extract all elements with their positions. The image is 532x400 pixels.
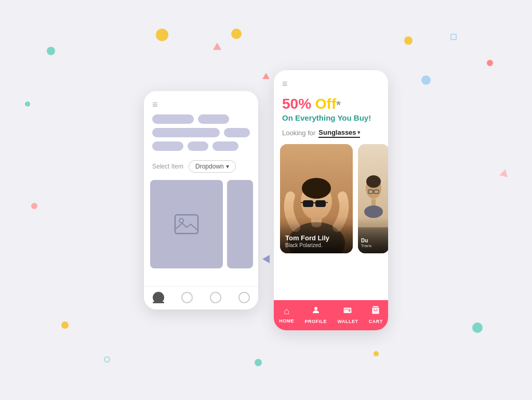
nav-dot-3 xyxy=(210,292,221,303)
skeleton-block-3 xyxy=(152,128,220,137)
skeleton-block-2 xyxy=(198,114,229,124)
svg-line-12 xyxy=(326,202,328,203)
left-nav-item-1[interactable] xyxy=(153,292,164,303)
home-label: HOME xyxy=(279,318,294,324)
left-nav-item-3[interactable] xyxy=(210,292,221,303)
product-desc-main: Black Polarized. xyxy=(285,242,348,248)
svg-point-7 xyxy=(306,178,327,193)
svg-point-17 xyxy=(366,175,381,188)
svg-point-28 xyxy=(349,310,351,312)
promo-50: 50% xyxy=(282,96,311,112)
promo-title: 50% Off* xyxy=(282,96,380,112)
svg-rect-27 xyxy=(344,308,352,309)
product-info-main: Tom Ford Lily Black Polarized. xyxy=(280,224,353,253)
looking-for-row: Looking for Sunglasses ▾ xyxy=(274,124,388,142)
product-image-main: Tom Ford Lily Black Polarized. xyxy=(280,144,353,253)
right-nav-cart[interactable]: CART xyxy=(369,305,383,324)
profile-icon xyxy=(311,305,321,317)
left-phone: ≡ Select Item Dropdown ▾ xyxy=(144,91,258,309)
cart-label: CART xyxy=(369,319,383,324)
right-nav-home[interactable]: ⌂ HOME xyxy=(279,306,294,324)
nav-dot-4 xyxy=(238,292,250,303)
right-nav-wallet[interactable]: WALLET xyxy=(337,305,358,324)
skeleton-row-3 xyxy=(144,141,258,151)
left-nav-item-2[interactable] xyxy=(181,292,193,303)
promo-section: 50% Off* On Everything You Buy! xyxy=(274,92,388,124)
skeleton-block-5 xyxy=(152,141,183,151)
right-menu-icon[interactable]: ≡ xyxy=(274,70,388,92)
svg-line-11 xyxy=(301,202,303,203)
products-row: Tom Ford Lily Black Polarized. xyxy=(274,142,388,255)
dropdown-chevron: ▾ xyxy=(226,163,229,170)
product-desc-side: Trans xyxy=(361,243,386,248)
right-phone: ≡ 50% Off* On Everything You Buy! Lookin… xyxy=(274,70,388,330)
looking-for-value[interactable]: Sunglasses ▾ xyxy=(318,128,360,138)
image-placeholder-icon xyxy=(174,214,199,235)
image-placeholder-area xyxy=(150,180,252,268)
product-image-side: Du Trans xyxy=(358,144,388,253)
image-placeholder-main xyxy=(150,180,223,268)
profile-label: PROFILE xyxy=(305,319,327,324)
left-nav-item-4[interactable] xyxy=(238,292,250,303)
svg-rect-0 xyxy=(175,215,198,234)
promo-subtitle: On Everything You Buy! xyxy=(282,113,380,122)
home-icon: ⌂ xyxy=(284,306,289,317)
nav-dot-2 xyxy=(181,292,193,303)
phones-container: ≡ Select Item Dropdown ▾ xyxy=(0,0,532,400)
left-menu-icon[interactable]: ≡ xyxy=(144,91,258,114)
svg-point-22 xyxy=(364,205,383,218)
skeleton-block-4 xyxy=(224,128,250,137)
promo-star: * xyxy=(336,98,341,111)
person-icon-svg xyxy=(311,305,321,315)
wallet-label: WALLET xyxy=(337,319,358,324)
skeleton-block-7 xyxy=(212,141,238,151)
svg-point-25 xyxy=(314,307,317,310)
select-row: Select Item Dropdown ▾ xyxy=(144,155,258,178)
skeleton-block-1 xyxy=(152,114,194,124)
right-nav-profile[interactable]: PROFILE xyxy=(305,305,327,324)
left-bottom-nav xyxy=(144,286,258,309)
svg-point-1 xyxy=(179,218,183,223)
product-card-main[interactable]: Tom Ford Lily Black Polarized. xyxy=(280,144,353,253)
svg-rect-9 xyxy=(315,200,326,207)
product-info-side: Du Trans xyxy=(358,227,388,253)
nav-dot-indicator xyxy=(153,302,164,303)
skeleton-row-1 xyxy=(144,114,258,124)
wallet-icon-svg xyxy=(343,305,352,315)
svg-rect-26 xyxy=(344,307,352,313)
promo-off: Off xyxy=(311,96,336,112)
chevron-down-icon: ▾ xyxy=(357,130,360,135)
right-bottom-nav: ⌂ HOME PROFILE xyxy=(274,300,388,330)
svg-rect-21 xyxy=(371,199,376,207)
product-name-main: Tom Ford Lily xyxy=(285,234,348,242)
skeleton-row-2 xyxy=(144,128,258,137)
wallet-icon xyxy=(343,305,352,317)
cart-icon-svg xyxy=(371,305,380,315)
product-card-side[interactable]: Du Trans xyxy=(358,144,388,253)
dropdown-label: Dropdown xyxy=(195,163,224,170)
looking-for-label: Looking for xyxy=(282,129,315,137)
product-name-side: Du xyxy=(361,238,386,243)
image-placeholder-side xyxy=(227,180,253,268)
svg-rect-8 xyxy=(303,200,313,207)
cart-icon xyxy=(371,305,380,317)
skeleton-block-6 xyxy=(188,141,208,151)
looking-for-text: Sunglasses xyxy=(318,128,356,136)
dropdown-button[interactable]: Dropdown ▾ xyxy=(189,160,236,173)
select-label: Select Item xyxy=(152,163,183,170)
